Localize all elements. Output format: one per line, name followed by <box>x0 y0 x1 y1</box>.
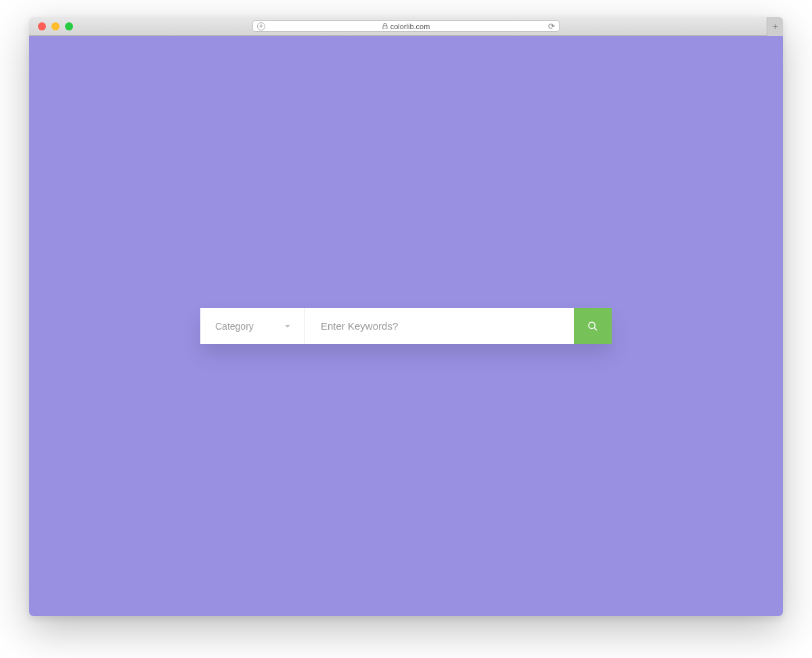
address-host: colorlib.com <box>390 22 430 30</box>
new-tab-button[interactable]: + <box>767 17 783 36</box>
category-label: Category <box>215 321 254 332</box>
search-icon <box>587 321 598 332</box>
browser-window: + colorlib.com ⟳ + Category <box>29 17 783 616</box>
category-select[interactable]: Category <box>200 308 304 344</box>
share-icon[interactable]: + <box>257 22 265 30</box>
svg-point-0 <box>589 322 595 328</box>
search-card: Category <box>200 308 612 344</box>
address-bar[interactable]: + colorlib.com ⟳ <box>252 20 560 32</box>
svg-line-1 <box>594 328 597 330</box>
page-content: Category <box>29 36 783 616</box>
reload-icon[interactable]: ⟳ <box>548 22 555 31</box>
search-button[interactable] <box>574 308 612 344</box>
browser-chrome: + colorlib.com ⟳ + <box>29 17 783 36</box>
traffic-lights <box>38 22 73 30</box>
window-minimize-button[interactable] <box>51 22 60 30</box>
search-input[interactable] <box>304 308 574 344</box>
chevron-down-icon <box>285 325 290 328</box>
lock-icon <box>382 22 388 30</box>
window-close-button[interactable] <box>38 22 46 30</box>
window-maximize-button[interactable] <box>65 22 73 30</box>
